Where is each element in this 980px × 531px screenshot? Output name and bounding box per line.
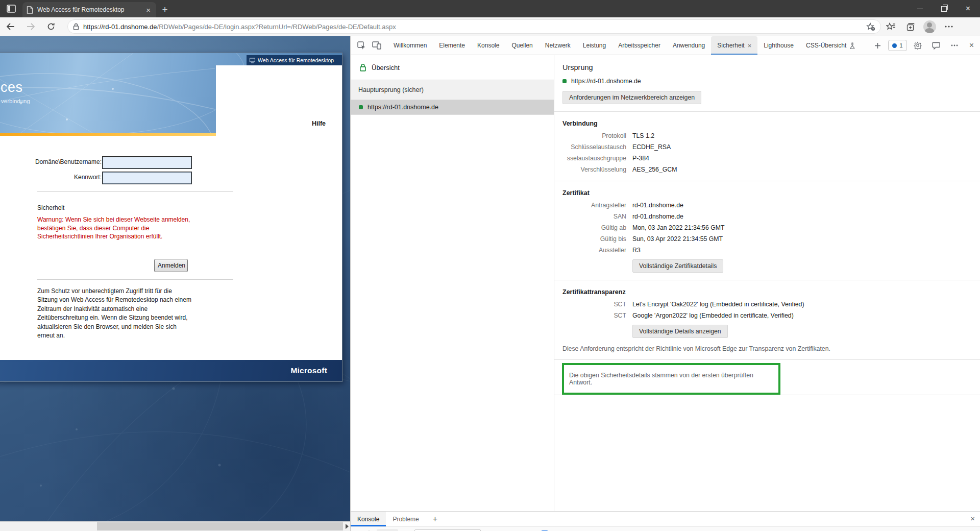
banner-subtitle-fragment: verbindung <box>1 98 30 104</box>
devtools-panel: Willkommen Elemente Konsole Quellen Netz… <box>350 36 980 531</box>
add-favorite-icon[interactable] <box>866 22 875 31</box>
origin-url: https://rd-01.dnshome.de <box>571 78 641 85</box>
tab-willkommen[interactable]: Willkommen <box>387 36 433 55</box>
url-text: https://rd-01.dnshome.de/RDWeb/Pages/de-… <box>83 23 862 31</box>
drawer-close-icon[interactable]: × <box>970 514 975 523</box>
tab-arbeitsspeicher[interactable]: Arbeitsspeicher <box>612 36 667 55</box>
page-favicon-icon <box>27 6 33 14</box>
console-messages-badge[interactable]: 1 <box>888 40 906 51</box>
drawer-tab-konsole[interactable]: Konsole <box>351 512 386 526</box>
new-tab-button[interactable]: + <box>156 2 174 17</box>
sidebar-item-origin[interactable]: https://rd-01.dnshome.de <box>351 100 554 115</box>
refresh-button[interactable] <box>41 18 61 35</box>
back-button[interactable] <box>0 18 20 35</box>
password-field[interactable] <box>103 172 191 184</box>
horizontal-scrollbar[interactable] <box>0 521 350 531</box>
secure-origin-dot-icon <box>359 105 363 109</box>
drawer-add-tab-icon[interactable]: + <box>426 512 445 526</box>
rdweb-login-dialog: ces verbindung Web Access für Remotedesk… <box>0 53 342 382</box>
collections-icon[interactable] <box>900 18 920 35</box>
inspect-element-icon[interactable] <box>354 36 369 55</box>
security-heading: Sicherheit <box>37 204 64 211</box>
certificate-heading: Zertifikat <box>562 189 980 197</box>
view-requests-button[interactable]: Anforderungen im Netzwerkbereich anzeige… <box>562 91 701 104</box>
browser-tab[interactable]: Web Access für Remotedesktop × <box>22 2 156 17</box>
close-button[interactable]: × <box>956 0 980 17</box>
tab-close-icon[interactable]: × <box>748 42 752 50</box>
certificate-row: SANrd-01.dnshome.de <box>562 213 980 221</box>
drawer-tabbar: Konsole Probleme + × <box>351 512 980 527</box>
sign-in-button[interactable]: Anmelden <box>154 259 188 272</box>
url-host: https://rd-01.dnshome.de <box>83 23 157 31</box>
tab-konsole[interactable]: Konsole <box>471 36 505 55</box>
drawer-tab-probleme[interactable]: Probleme <box>386 512 425 526</box>
experiment-flask-icon <box>849 42 855 49</box>
devtools-menu-icon[interactable] <box>947 44 962 47</box>
scroll-right-arrow-icon[interactable] <box>346 524 349 529</box>
console-filter-input[interactable] <box>414 529 481 531</box>
connection-row: sselaustauschgruppeP-384 <box>562 155 980 162</box>
section-divider <box>554 280 980 280</box>
device-toolbar-icon[interactable] <box>369 36 384 55</box>
security-warning-text: Warnung: Wenn Sie sich bei dieser Websei… <box>37 215 190 241</box>
dialog-footer: Microsoft <box>0 360 342 381</box>
tab-css-uebersicht[interactable]: CSS-Übersicht <box>800 36 862 55</box>
devtools-tabbar-actions: 1 × <box>868 36 978 55</box>
section-divider <box>554 359 980 360</box>
security-main: Ursprung https://rd-01.dnshome.de Anford… <box>554 55 980 511</box>
sidebar-item-overview[interactable]: Übersicht <box>351 55 554 80</box>
devtools-tabs: Willkommen Elemente Konsole Quellen Netz… <box>387 36 862 55</box>
timeout-notice-text: Zum Schutz vor unberechtigtem Zugriff tr… <box>37 287 191 340</box>
connection-heading: Verbindung <box>562 120 980 127</box>
app-name-chip: Web Access für Remotedesktop <box>247 55 342 65</box>
rdweb-login-page: ces verbindung Web Access für Remotedesk… <box>0 36 350 531</box>
sct-row: SCTGoogle 'Argon2022' log (Embedded in c… <box>562 312 980 320</box>
console-filter-row: top▾ Standardebenen ▾ <box>351 527 980 531</box>
context-selector[interactable]: top▾ <box>377 529 398 531</box>
secure-lock-icon <box>359 63 366 71</box>
username-field[interactable] <box>103 157 191 168</box>
transparency-heading: Zertifikattransparenz <box>562 288 980 296</box>
feedback-icon[interactable] <box>928 41 944 50</box>
tab-actions-button[interactable] <box>0 0 22 17</box>
banner-title-fragment: ces <box>1 80 23 95</box>
full-certificate-details-button[interactable]: Vollständige Zertifikatdetails <box>632 259 723 273</box>
avatar <box>923 20 936 33</box>
forward-button[interactable] <box>20 18 41 35</box>
connection-row: SchlüsselaustauschECDHE_RSA <box>562 143 980 151</box>
password-label: Kennwort: <box>0 174 102 181</box>
scrollbar-thumb[interactable] <box>97 522 343 530</box>
username-label: Domäne\Benutzername: <box>0 158 102 165</box>
favorites-icon[interactable] <box>881 18 900 35</box>
url-path: /RDWeb/Pages/de-DE/login.aspx?ReturnUrl=… <box>157 23 396 31</box>
full-sct-details-button[interactable]: Vollständige Details anzeigen <box>632 325 728 338</box>
tab-title: Web Access für Remotedesktop <box>37 6 140 13</box>
tab-sicherheit[interactable]: Sicherheit× <box>711 36 757 55</box>
security-panel: Übersicht Hauptursprung (sicher) https:/… <box>351 55 980 511</box>
restore-button[interactable] <box>932 0 956 17</box>
tab-netzwerk[interactable]: Netzwerk <box>539 36 577 55</box>
devtools-settings-gear-icon[interactable] <box>910 41 925 50</box>
origin-heading: Ursprung <box>562 63 980 71</box>
devtools-close-icon[interactable]: × <box>965 41 978 50</box>
section-divider <box>554 395 980 395</box>
tab-quellen[interactable]: Quellen <box>505 36 538 55</box>
more-tabs-icon[interactable] <box>870 42 885 50</box>
tab-leistung[interactable]: Leistung <box>577 36 612 55</box>
address-bar[interactable]: https://rd-01.dnshome.de/RDWeb/Pages/de-… <box>67 19 881 34</box>
settings-menu-icon[interactable] <box>939 18 959 35</box>
tab-anwendung[interactable]: Anwendung <box>667 36 711 55</box>
certificate-row: Gültig bisSun, 03 Apr 2022 21:34:55 GMT <box>562 235 980 243</box>
app-name-label: Web Access für Remotedesktop <box>258 57 334 63</box>
connection-row: ProtokollTLS 1.2 <box>562 132 980 140</box>
origin-group-header: Hauptursprung (sicher) <box>351 80 554 100</box>
tab-elemente[interactable]: Elemente <box>433 36 471 55</box>
minimize-button[interactable] <box>908 0 932 17</box>
site-info-lock-icon[interactable] <box>73 23 79 30</box>
profile-avatar[interactable] <box>920 18 939 35</box>
security-sidebar: Übersicht Hauptursprung (sicher) https:/… <box>351 55 554 511</box>
section-divider <box>554 181 980 181</box>
help-link[interactable]: Hilfe <box>312 120 326 127</box>
tab-lighthouse[interactable]: Lighthouse <box>757 36 800 55</box>
tab-close-icon[interactable]: × <box>144 6 152 14</box>
